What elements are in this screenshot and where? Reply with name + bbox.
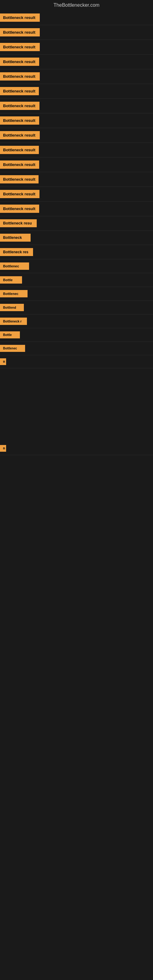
bottleneck-badge[interactable]: Bottleneck result (0, 175, 38, 183)
results-list: Bottleneck result Bottleneck result Bott… (0, 10, 153, 602)
list-item[interactable]: Bottleneck result (0, 25, 153, 40)
list-item[interactable]: Bottleneck result (0, 40, 153, 54)
spacer (0, 480, 153, 504)
list-item[interactable]: Bottleneck result (0, 128, 153, 143)
spacer (0, 368, 153, 393)
spacer (0, 528, 153, 553)
list-item[interactable]: Bottlenec (0, 287, 153, 301)
bottleneck-badge[interactable]: Bottleneck result (0, 87, 39, 95)
spacer (0, 455, 153, 480)
bottleneck-badge[interactable]: Bottlenec (0, 345, 25, 352)
bottleneck-badge[interactable]: Bottleneck result (0, 13, 40, 22)
list-item[interactable]: Bottleneck res (0, 245, 153, 259)
bottleneck-badge[interactable]: Bottleneck result (0, 161, 39, 169)
bottleneck-badge[interactable]: Bottlenec (0, 290, 27, 298)
spacer (0, 553, 153, 578)
spacer (0, 393, 153, 417)
list-item[interactable]: Bottleneck result (0, 172, 153, 187)
bottleneck-badge[interactable]: Bottleneck result (0, 43, 40, 51)
bottleneck-badge[interactable]: Bottlend (0, 304, 24, 311)
bottleneck-badge[interactable]: Bottleneck (0, 234, 30, 242)
list-item[interactable]: Bottlenec (0, 342, 153, 355)
bottleneck-badge[interactable]: Bottleneck result (0, 205, 39, 213)
bottleneck-badge[interactable]: Bottleneck res (0, 248, 33, 256)
bottleneck-badge[interactable]: Bottleneck result (0, 102, 40, 110)
bottleneck-badge[interactable]: Bottle (0, 331, 20, 339)
bottleneck-badge[interactable]: B (0, 358, 6, 365)
list-item[interactable]: Bottleneck result (0, 10, 153, 25)
list-item[interactable]: B (0, 442, 153, 455)
bottleneck-badge[interactable]: Bottleneck result (0, 57, 39, 66)
list-item[interactable]: Bottle (0, 273, 153, 287)
list-item[interactable]: Bottleneck (0, 231, 153, 245)
list-item[interactable]: Bottleneck result (0, 113, 153, 128)
site-header: TheBottlenecker.com (0, 0, 153, 10)
bottleneck-badge[interactable]: Bottlenec (0, 262, 29, 270)
list-item[interactable]: Bottleneck r (0, 315, 153, 328)
bottleneck-badge[interactable]: B (0, 445, 6, 452)
bottleneck-badge[interactable]: Bottleneck result (0, 146, 39, 154)
list-item[interactable]: Bottleneck result (0, 84, 153, 99)
list-item[interactable]: Bottleneck result (0, 158, 153, 172)
spacer (0, 578, 153, 602)
list-item[interactable]: Bottleneck result (0, 69, 153, 84)
list-item[interactable]: B (0, 355, 153, 368)
bottleneck-badge[interactable]: Bottleneck result (0, 72, 40, 81)
list-item[interactable]: Bottlenec (0, 259, 153, 273)
list-item[interactable]: Bottlend (0, 301, 153, 315)
bottleneck-badge[interactable]: Bottleneck result (0, 190, 40, 198)
bottleneck-badge[interactable]: Bottleneck result (0, 131, 40, 139)
site-title: TheBottlenecker.com (0, 0, 153, 10)
spacer (0, 504, 153, 528)
bottleneck-badge[interactable]: Bottle (0, 276, 22, 283)
bottleneck-badge[interactable]: Bottleneck resu (0, 219, 37, 227)
list-item[interactable]: Bottleneck result (0, 202, 153, 216)
list-item[interactable]: Bottleneck result (0, 143, 153, 158)
bottleneck-badge[interactable]: Bottleneck result (0, 28, 40, 37)
bottleneck-badge[interactable]: Bottleneck r (0, 318, 27, 325)
list-item[interactable]: Bottleneck result (0, 54, 153, 69)
list-item[interactable]: Bottleneck resu (0, 216, 153, 231)
list-item[interactable]: Bottle (0, 328, 153, 342)
list-item[interactable]: Bottleneck result (0, 99, 153, 113)
spacer (0, 417, 153, 442)
list-item[interactable]: Bottleneck result (0, 187, 153, 202)
bottleneck-badge[interactable]: Bottleneck result (0, 116, 39, 125)
